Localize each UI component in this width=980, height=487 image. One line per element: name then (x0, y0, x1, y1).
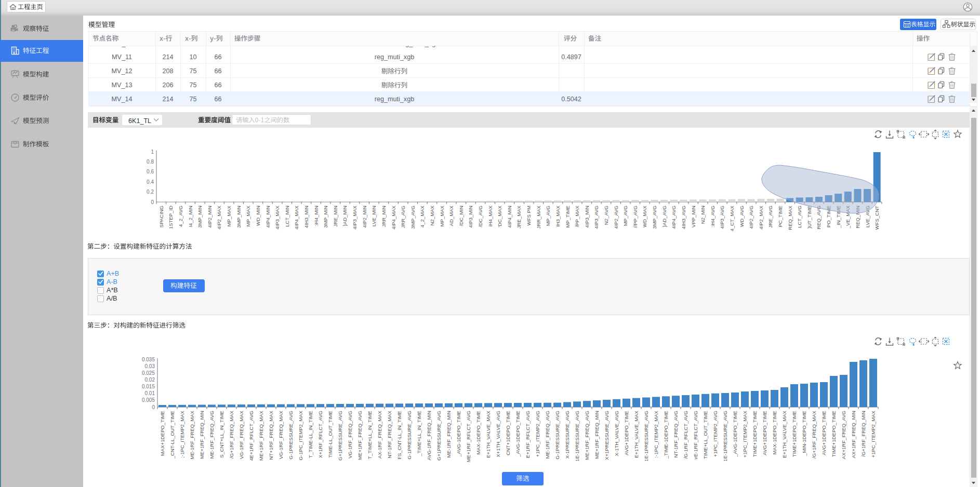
svg-text:1E-1PRESSURE_AVG: 1E-1PRESSURE_AVG (722, 411, 728, 462)
svg-text:MAX+1DEPO_TIME: MAX+1DEPO_TIME (160, 411, 165, 456)
svg-text:0.03: 0.03 (145, 363, 155, 369)
svg-text:ME+1RF_RFLCT_AVG: ME+1RF_RFLCT_AVG (466, 411, 471, 462)
svg-text:JRE_AVG: JRE_AVG (767, 206, 773, 228)
svg-text:LVE_MIN: LVE_MIN (371, 206, 377, 226)
svg-text:0.01: 0.01 (145, 390, 155, 396)
svg-text:MAX-1DEPO_TIME: MAX-1DEPO_TIME (475, 411, 481, 455)
svg-text://PP_AVG: //PP_AVG (632, 206, 638, 228)
svg-text:0.02: 0.02 (145, 377, 155, 383)
svg-text:1: 1 (151, 149, 154, 155)
svg-text:G-1PC_ITEMP2_MAX: G-1PC_ITEMP2_MAX (298, 410, 303, 460)
svg-text:X+1TH_VALVE_AVG: X+1TH_VALVE_AVG (495, 411, 501, 457)
svg-text:AX-1RF_FREQ_MAX: AX-1RF_FREQ_MAX (377, 410, 382, 458)
svg-text:1STEP_ID: 1STEP_ID (168, 206, 174, 229)
svg-text:X-1PRESSURE_AVG: X-1PRESSURE_AVG (564, 411, 570, 459)
svg-text:WD_MAX: WD_MAX (642, 205, 647, 227)
svg-text:E+1TH_VALVE_MAX: E+1TH_VALVE_MAX (633, 410, 639, 458)
svg-text:4IP4_MAX: 4IP4_MAX (294, 205, 299, 229)
svg-text:4IP3_MAX: 4IP3_MAX (274, 205, 280, 229)
svg-text:4IP3_MAX: 4IP3_MAX (352, 205, 357, 229)
svg-text:ME+1RF_FREQ_AVG: ME+1RF_FREQ_AVG (357, 411, 363, 460)
svg-text:0.005: 0.005 (142, 397, 155, 403)
svg-text:T_TIME+LL_IN_TIME: T_TIME+LL_IN_TIME (367, 411, 373, 459)
svg-text:)UT_TIME: )UT_TIME (806, 206, 812, 228)
svg-text:_TIME-1DEPO_TIME: _TIME-1DEPO_TIME (663, 411, 669, 459)
svg-text:G-1PRESSURE_AVG: G-1PRESSURE_AVG (406, 411, 412, 459)
svg-text:3MP_MIN: 3MP_MIN (236, 206, 242, 228)
svg-text:ME-1RF_FREQ_MIN: ME-1RF_FREQ_MIN (446, 411, 452, 458)
svg-text:X+1PRESSURE_AVG: X+1PRESSURE_AVG (604, 411, 610, 460)
svg-text:0.2: 0.2 (147, 189, 154, 195)
svg-text:4IP2_MAX: 4IP2_MAX (758, 205, 764, 229)
svg-text:/G+1RF_FREQ_MAX: /G+1RF_FREQ_MAX (811, 410, 817, 458)
svg-text:MP_MAX: MP_MAX (226, 205, 232, 226)
svg-text:+1PC_ITEMP2_AVG: +1PC_ITEMP2_AVG (712, 411, 718, 457)
svg-text:S_CNT+LL_IN_TIME: S_CNT+LL_IN_TIME (219, 411, 224, 458)
svg-text:+1PC_ITEMP2_AVG: +1PC_ITEMP2_AVG (535, 411, 540, 457)
svg-text:TIME+1DEPO_TIME: TIME+1DEPO_TIME (831, 411, 837, 457)
svg-text:4IP3_MIN: 4IP3_MIN (468, 206, 473, 228)
svg-text::iH4_MIN: :iH4_MIN (313, 206, 319, 226)
svg-text:AVG+1DEPO_TIME: AVG+1DEPO_TIME (624, 411, 629, 455)
svg-text:0: 0 (151, 199, 154, 205)
svg-text:4IP3_AVG: 4IP3_AVG (719, 206, 725, 229)
svg-text:MP_MAX: MP_MAX (439, 205, 445, 226)
svg-text:4IP2_MIN: 4IP2_MIN (207, 206, 213, 228)
svg-text:_AVG-1DEPO_TIME: _AVG-1DEPO_TIME (456, 411, 461, 457)
svg-text:/DC_MIN: /DC_MIN (458, 206, 464, 226)
svg-text:IH3_MAX: IH3_MAX (555, 205, 561, 227)
svg-text:)AD_AVG: )AD_AVG (661, 206, 667, 227)
svg-text:AX+1RF_FREQ_MIN: AX+1RF_FREQ_MIN (851, 411, 856, 458)
svg-text:/PP_MAX: /PP_MAX (574, 205, 580, 227)
svg-text:AVG-1RF_FREQ_MIN: AVG-1RF_FREQ_MIN (426, 411, 432, 461)
svg-text:NT-1RF_FREQ_AVG: NT-1RF_FREQ_AVG (673, 411, 679, 457)
svg-text:ME+1RF_FREQ_MIN: ME+1RF_FREQ_MIN (199, 411, 205, 459)
svg-text:3MP_AVG: 3MP_AVG (410, 206, 416, 229)
svg-text:4IP2_MAX: 4IP2_MAX (216, 205, 222, 229)
svg-text:4IP2_MIN: 4IP2_MIN (362, 206, 367, 228)
svg-text:;-1PC_ITEMP2_MAX: ;-1PC_ITEMP2_MAX (179, 410, 185, 457)
svg-text:TIME-LL_OUT_TIME: TIME-LL_OUT_TIME (327, 411, 333, 458)
svg-text:)AD_MIN: )AD_MIN (342, 206, 348, 226)
svg-text:0.035: 0.035 (142, 357, 155, 362)
svg-text:/G+1RF_FREQ_MAX: /G+1RF_FREQ_MAX (229, 410, 234, 458)
svg-text:4IP4_MIN: 4IP4_MIN (507, 206, 512, 228)
svg-text:4IP4_MAX: 4IP4_MAX (391, 205, 396, 229)
svg-text:E+1RF_RFLCT_AVG: E+1RF_RFLCT_AVG (525, 411, 531, 458)
svg-text:4IP2_AVG: 4IP2_AVG (613, 206, 619, 229)
svg-text:0.8: 0.8 (147, 159, 154, 165)
svg-text:iH4_MAX: iH4_MAX (487, 205, 493, 226)
svg-text:ME+1RF_FREQ_AVG: ME+1RF_FREQ_AVG (584, 411, 590, 460)
svg-text:4_2_MAX: 4_2_MAX (419, 205, 425, 227)
svg-text:VG-1RF_FREQ_AVG: VG-1RF_FREQ_AVG (347, 411, 353, 458)
svg-text:/G-1RF_RFLCT_AVG: /G-1RF_RFLCT_AVG (683, 411, 688, 459)
svg-text:'DC_MAX: 'DC_MAX (497, 205, 502, 227)
svg-text:N2_MIN: N2_MIN (700, 206, 706, 224)
svg-text:TIME+1DEPO_TIME: TIME+1DEPO_TIME (752, 411, 758, 457)
svg-text:3MP_MIN: 3MP_MIN (197, 206, 203, 228)
svg-text:0.025: 0.025 (142, 370, 155, 376)
svg-text:N2_MAX: N2_MAX (429, 205, 435, 225)
svg-text:_TIME+LL_IN_TIME: _TIME+LL_IN_TIME (416, 411, 422, 457)
svg-text:0.4: 0.4 (147, 179, 154, 185)
svg-text:4IP2_AVG: 4IP2_AVG (748, 206, 754, 229)
svg-text:E+1TH_VALVE_MAX: E+1TH_VALVE_MAX (782, 410, 787, 458)
svg-text:VPP_MIN: VPP_MIN (691, 206, 696, 227)
svg-text:4_CT_MAX: 4_CT_MAX (729, 205, 735, 231)
svg-text:+1PC_ITEMP2_MAX: +1PC_ITEMP2_MAX (870, 410, 876, 457)
svg-text:VG-1RF_FREQ_MAX: VG-1RF_FREQ_MAX (239, 410, 244, 459)
svg-text:_MIN-1DEPO_TIME: _MIN-1DEPO_TIME (801, 411, 807, 456)
svg-text:JRR_MIN: JRR_MIN (381, 206, 387, 227)
svg-text:4IP4_AVG: 4IP4_AVG (671, 206, 677, 229)
svg-text:CNT+1DEPO_TIME: CNT+1DEPO_TIME (505, 411, 511, 455)
svg-text:0: 0 (152, 404, 155, 410)
svg-text:LCT_MIN: LCT_MIN (284, 206, 290, 227)
svg-text::-1PC_ITEMP2_MAX: :-1PC_ITEMP2_MAX (653, 410, 659, 457)
svg-text:WFS_CNT: WFS_CNT (874, 206, 880, 230)
svg-text:TIME+LL_OUT_TIME: TIME+LL_OUT_TIME (703, 411, 708, 459)
svg-text:4IH3_AVG: 4IH3_AVG (681, 206, 686, 229)
svg-text:0.6: 0.6 (147, 169, 154, 174)
svg-text:AVG+1DEPO_TIME: AVG+1DEPO_TIME (762, 411, 767, 455)
svg-text:G+1PRESSURE_AVG: G+1PRESSURE_AVG (337, 411, 343, 461)
svg-text:VG-1RF_FREQ_MAX: VG-1RF_FREQ_MAX (278, 410, 284, 459)
